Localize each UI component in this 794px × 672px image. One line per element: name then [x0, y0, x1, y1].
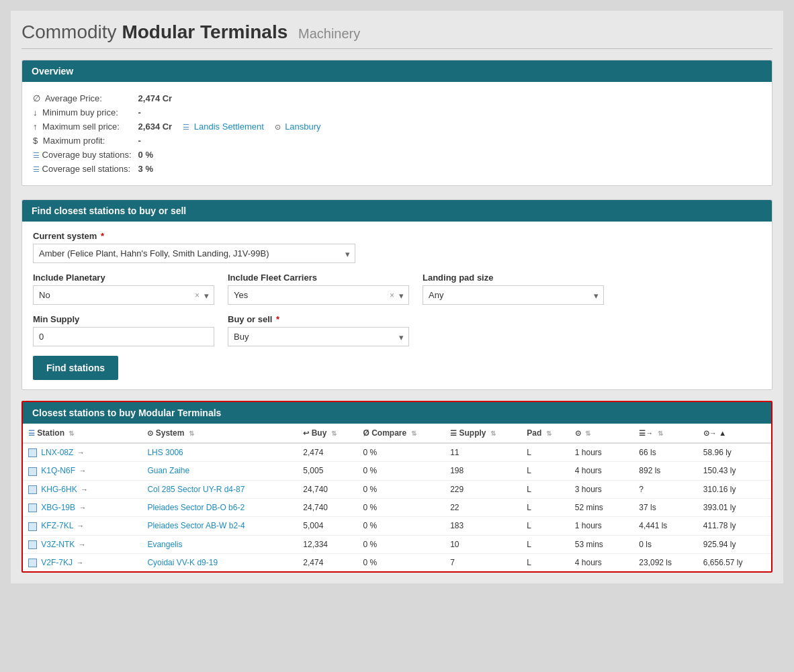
overview-coverage-sell-icon: ☰ Coverage sell stations:	[33, 162, 138, 176]
cell-station: KFZ-7KL →	[23, 517, 142, 535]
cell-station: XBG-19B →	[23, 498, 142, 516]
cell-supply: 198	[445, 462, 521, 480]
overview-coverage-buy-icon: ☰ Coverage buy stations:	[33, 148, 138, 162]
station-link[interactable]: KHG-6HK	[41, 485, 77, 494]
results-table: ☰ Station ⇅ ⊙ System ⇅ ↩ Buy ⇅	[23, 424, 771, 571]
cell-compare: 0 %	[358, 498, 445, 516]
cell-system: Pleiades Sector AB-W b2-4	[142, 517, 298, 535]
col-header-pad[interactable]: Pad ⇅	[521, 424, 569, 443]
cell-system: Cyoidai VV-K d9-19	[142, 553, 298, 571]
station-link[interactable]: V3Z-NTK	[41, 540, 75, 549]
overview-row-coverage-buy: ☰ Coverage buy stations: 0 %	[33, 148, 328, 162]
cell-ldist: 310.16 ly	[698, 480, 771, 498]
cell-buy: 12,334	[298, 535, 357, 553]
overview-row-max-sell: ↑ Maximum sell price: 2,634 Cr ☰ Landis …	[33, 119, 328, 134]
system-link[interactable]: Col 285 Sector UY-R d4-87	[147, 485, 245, 494]
col-header-buy[interactable]: ↩ Buy ⇅	[298, 424, 357, 443]
station-link[interactable]: V2F-7KJ	[41, 558, 73, 567]
cell-supply: 10	[445, 535, 521, 553]
cell-system: Pleiades Sector DB-O b6-2	[142, 498, 298, 516]
sort-system: ⇅	[189, 430, 194, 437]
station-link[interactable]: K1Q-N6F	[41, 466, 75, 475]
cell-system: LHS 3006	[142, 443, 298, 462]
cell-ldist: 411.78 ly	[698, 517, 771, 535]
buy-or-sell-label: Buy or sell *	[228, 314, 409, 324]
empty-col	[423, 314, 761, 346]
overview-min-buy-icon: ↓ Minimum buy price:	[33, 105, 138, 119]
overview-max-sell-icon: ↑ Maximum sell price:	[33, 119, 138, 134]
landis-settlement-link[interactable]: Landis Settlement	[194, 122, 264, 132]
find-stations-button[interactable]: Find stations	[33, 356, 118, 380]
find-stations-header: Find closest stations to buy or sell	[22, 200, 772, 222]
include-planetary-clear[interactable]: ×	[195, 291, 200, 300]
col-header-station[interactable]: ☰ Station ⇅	[23, 424, 142, 443]
station-link[interactable]: XBG-19B	[41, 503, 75, 512]
table-row: V2F-7KJ → Cyoidai VV-K d9-19 2,474 0 % 7…	[23, 553, 771, 571]
overview-min-buy-value: -	[138, 105, 183, 119]
cell-compare: 0 %	[358, 480, 445, 498]
cell-buy: 24,740	[298, 498, 357, 516]
cell-station: K1Q-N6F →	[23, 462, 142, 480]
sort-supply: ⇅	[490, 430, 496, 437]
cell-supply: 11	[445, 443, 521, 462]
col-header-system[interactable]: ⊙ System ⇅	[142, 424, 298, 443]
current-system-group: Current system * Amber (Felice Plant, Ha…	[33, 231, 761, 263]
overview-coverage-sell-value: 3 %	[138, 162, 183, 176]
table-row: XBG-19B → Pleiades Sector DB-O b6-2 24,7…	[23, 498, 771, 516]
include-fleet-col: Include Fleet Carriers Yes ×	[228, 273, 409, 305]
min-supply-col: Min Supply	[33, 314, 214, 346]
sort-compare: ⇅	[411, 430, 416, 437]
landing-pad-select[interactable]: Any	[423, 285, 604, 305]
col-header-dist[interactable]: ☰→ ⇅	[633, 424, 698, 443]
col-header-compare[interactable]: Ø Compare ⇅	[358, 424, 445, 443]
include-fleet-clear[interactable]: ×	[390, 291, 394, 300]
overview-row-min-buy: ↓ Minimum buy price: -	[33, 105, 328, 119]
min-supply-label: Min Supply	[33, 314, 214, 324]
cell-ldist: 58.96 ly	[698, 443, 771, 462]
system-link[interactable]: Evangelis	[147, 540, 182, 549]
buy-or-sell-select[interactable]: Buy	[228, 327, 409, 346]
landing-pad-select-wrapper: Any	[423, 285, 604, 305]
min-supply-input[interactable]	[33, 327, 214, 346]
cell-station: LNX-08Z →	[23, 443, 142, 462]
sort-ldist: ▲	[719, 429, 726, 437]
col-header-time[interactable]: ⊙ ⇅	[570, 424, 634, 443]
cell-pad: L	[521, 498, 569, 516]
filter-row-1: Include Planetary No × Include Fleet Car…	[33, 273, 761, 305]
station-link[interactable]: LNX-08Z	[41, 448, 73, 457]
current-system-select-wrapper: Amber (Felice Plant, Hahn's Folly, Smith…	[33, 244, 355, 263]
lansbury-link[interactable]: Lansbury	[285, 122, 320, 132]
system-link[interactable]: Guan Zaihe	[147, 466, 189, 475]
page-title: Commodity Modular Terminals Machinery	[21, 21, 773, 49]
overview-max-profit-icon: $ Maximum profit:	[33, 134, 138, 148]
cell-ldist: 925.94 ly	[698, 535, 771, 553]
overview-card: Overview ∅ Average Price: 2,474 Cr ↓ Min…	[21, 60, 773, 186]
system-link[interactable]: Pleiades Sector DB-O b6-2	[147, 503, 245, 512]
cell-ldist: 393.01 ly	[698, 498, 771, 516]
cell-supply: 183	[445, 517, 521, 535]
system-link[interactable]: Cyoidai VV-K d9-19	[147, 558, 218, 567]
cell-system: Guan Zaihe	[142, 462, 298, 480]
title-prefix: Commodity	[21, 21, 117, 42]
include-fleet-select[interactable]: Yes	[228, 285, 409, 305]
col-header-ldist[interactable]: ⊙→ ▲	[698, 424, 771, 443]
include-planetary-select[interactable]: No	[33, 285, 214, 305]
system-link[interactable]: Pleiades Sector AB-W b2-4	[147, 521, 245, 530]
cell-dist: ?	[633, 480, 698, 498]
page-container: Commodity Modular Terminals Machinery Ov…	[11, 11, 783, 583]
cell-dist: 892 ls	[633, 462, 698, 480]
overview-row-max-profit: $ Maximum profit: -	[33, 134, 328, 148]
cell-ldist: 6,656.57 ly	[698, 553, 771, 571]
system-link[interactable]: LHS 3006	[147, 448, 183, 457]
cell-supply: 22	[445, 498, 521, 516]
cell-dist: 66 ls	[633, 443, 698, 462]
include-planetary-label: Include Planetary	[33, 273, 214, 283]
cell-station: V3Z-NTK →	[23, 535, 142, 553]
include-fleet-select-wrapper: Yes ×	[228, 285, 409, 305]
table-row: KHG-6HK → Col 285 Sector UY-R d4-87 24,7…	[23, 480, 771, 498]
station-link[interactable]: KFZ-7KL	[41, 521, 73, 530]
sort-station: ⇅	[69, 430, 74, 437]
current-system-select[interactable]: Amber (Felice Plant, Hahn's Folly, Smith…	[33, 244, 355, 263]
col-header-supply[interactable]: ☰ Supply ⇅	[445, 424, 521, 443]
cell-compare: 0 %	[358, 462, 445, 480]
